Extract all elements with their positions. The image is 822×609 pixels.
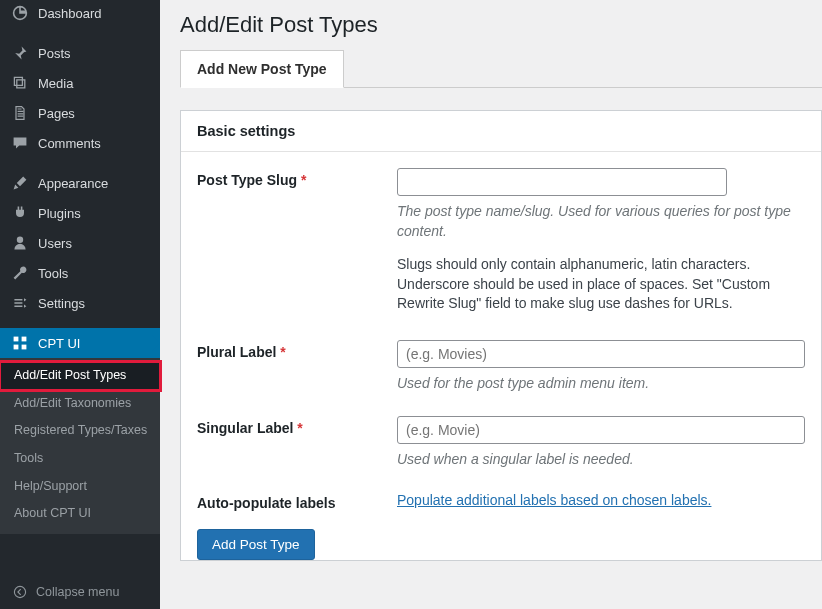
main-content: Add/Edit Post Types Add New Post Type Ba… — [160, 0, 822, 609]
settings-icon — [10, 295, 30, 311]
basic-settings-panel: Basic settings Post Type Slug * The post… — [180, 110, 822, 561]
autopopulate-link[interactable]: Populate additional labels based on chos… — [397, 492, 711, 508]
cptui-submenu: Add/Edit Post Types Add/Edit Taxonomies … — [0, 358, 160, 534]
required-asterisk: * — [280, 344, 285, 360]
brush-icon — [10, 175, 30, 191]
sidebar-item-dashboard[interactable]: Dashboard — [0, 0, 160, 28]
sidebar-item-plugins[interactable]: Plugins — [0, 198, 160, 228]
admin-sidebar: Dashboard Posts Media Pages Comments App… — [0, 0, 160, 609]
sidebar-label: Settings — [38, 296, 85, 311]
submenu-addedit-tax[interactable]: Add/Edit Taxonomies — [0, 390, 160, 418]
sidebar-item-tools[interactable]: Tools — [0, 258, 160, 288]
submenu-tools[interactable]: Tools — [0, 445, 160, 473]
sidebar-label: Users — [38, 236, 72, 251]
sidebar-label: Pages — [38, 106, 75, 121]
sidebar-item-posts[interactable]: Posts — [0, 38, 160, 68]
singular-input[interactable] — [397, 416, 805, 444]
plural-label: Plural Label * — [197, 340, 397, 394]
panel-heading: Basic settings — [181, 111, 821, 152]
collapse-label: Collapse menu — [36, 585, 119, 599]
submit-row: Add Post Type — [181, 511, 821, 560]
field-row-slug: Post Type Slug * The post type name/slug… — [181, 152, 821, 314]
tab-bar: Add New Post Type — [180, 50, 822, 88]
collapse-menu[interactable]: Collapse menu — [0, 575, 160, 609]
sidebar-item-media[interactable]: Media — [0, 68, 160, 98]
required-asterisk: * — [301, 172, 306, 188]
svg-rect-2 — [14, 345, 19, 350]
pages-icon — [10, 105, 30, 121]
svg-rect-3 — [22, 345, 27, 350]
slug-input[interactable] — [397, 168, 727, 196]
sidebar-label: Appearance — [38, 176, 108, 191]
sidebar-item-appearance[interactable]: Appearance — [0, 168, 160, 198]
sidebar-item-pages[interactable]: Pages — [0, 98, 160, 128]
field-row-plural: Plural Label * Used for the post type ad… — [181, 314, 821, 394]
required-asterisk: * — [297, 420, 302, 436]
field-row-singular: Singular Label * Used when a singular la… — [181, 394, 821, 470]
sidebar-item-cptui[interactable]: CPT UI — [0, 328, 160, 358]
page-title: Add/Edit Post Types — [180, 12, 822, 38]
sidebar-label: Plugins — [38, 206, 81, 221]
submenu-about[interactable]: About CPT UI — [0, 500, 160, 528]
sidebar-label: Posts — [38, 46, 71, 61]
singular-help: Used when a singular label is needed. — [397, 450, 805, 470]
svg-point-4 — [14, 586, 25, 597]
add-post-type-button[interactable]: Add Post Type — [197, 529, 315, 560]
sidebar-label: Tools — [38, 266, 68, 281]
collapse-icon — [10, 585, 30, 599]
dashboard-icon — [10, 5, 30, 21]
tab-add-new[interactable]: Add New Post Type — [180, 50, 344, 88]
sidebar-label: Dashboard — [38, 6, 102, 21]
sidebar-label: CPT UI — [38, 336, 80, 351]
submenu-addedit-types[interactable]: Add/Edit Post Types — [0, 362, 160, 390]
sidebar-item-comments[interactable]: Comments — [0, 128, 160, 158]
sidebar-label: Media — [38, 76, 73, 91]
autopop-label: Auto-populate labels — [197, 491, 397, 511]
submenu-registered[interactable]: Registered Types/Taxes — [0, 417, 160, 445]
plugin-icon — [10, 205, 30, 221]
slug-help-2: Slugs should only contain alphanumeric, … — [397, 255, 805, 314]
plural-help: Used for the post type admin menu item. — [397, 374, 805, 394]
svg-rect-1 — [22, 337, 27, 342]
media-icon — [10, 75, 30, 91]
slug-help-1: The post type name/slug. Used for variou… — [397, 202, 805, 241]
submenu-help[interactable]: Help/Support — [0, 473, 160, 501]
cptui-icon — [10, 335, 30, 351]
sidebar-item-settings[interactable]: Settings — [0, 288, 160, 318]
slug-label: Post Type Slug * — [197, 168, 397, 314]
wrench-icon — [10, 265, 30, 281]
comments-icon — [10, 135, 30, 151]
singular-label: Singular Label * — [197, 416, 397, 470]
field-row-autopop: Auto-populate labels Populate additional… — [181, 469, 821, 511]
pushpin-icon — [10, 45, 30, 61]
svg-rect-0 — [14, 337, 19, 342]
plural-input[interactable] — [397, 340, 805, 368]
user-icon — [10, 235, 30, 251]
sidebar-label: Comments — [38, 136, 101, 151]
sidebar-item-users[interactable]: Users — [0, 228, 160, 258]
